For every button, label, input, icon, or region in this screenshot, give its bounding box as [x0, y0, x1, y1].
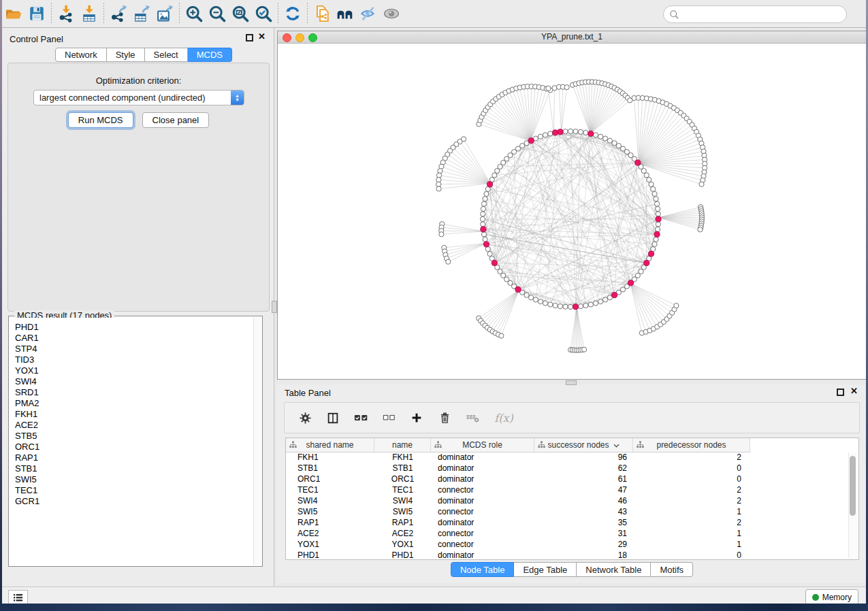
cell-succ[interactable]: 35: [534, 518, 633, 527]
network-node[interactable]: [483, 197, 487, 201]
mcds-result-list[interactable]: PHD1CAR1STP4TID3YOX1SWI4SRD1PMA2FKH1ACE2…: [10, 318, 254, 565]
table-row[interactable]: SWI4SWI4dominator462: [286, 495, 858, 506]
column-visibility-button[interactable]: [325, 410, 341, 426]
network-node[interactable]: [484, 191, 489, 196]
network-node[interactable]: [543, 133, 547, 137]
zoom-fit-button[interactable]: [229, 3, 252, 24]
close-panel-icon[interactable]: ✕: [258, 32, 266, 42]
network-node[interactable]: [492, 173, 497, 178]
list-scrollbar-track[interactable]: [253, 318, 261, 565]
cell-role[interactable]: dominator: [431, 496, 534, 506]
network-node[interactable]: [481, 222, 485, 227]
cell-succ[interactable]: 96: [534, 452, 633, 462]
cell-pred[interactable]: 0: [633, 463, 750, 473]
mcds-result-item[interactable]: SWI5: [10, 474, 254, 485]
run-mcds-button[interactable]: Run MCDS: [68, 112, 133, 128]
save-session-button[interactable]: [25, 3, 48, 24]
network-node[interactable]: [524, 293, 529, 297]
mcds-dominator-node[interactable]: [573, 304, 578, 310]
network-node[interactable]: [598, 299, 603, 304]
network-node[interactable]: [563, 304, 568, 309]
mcds-dominator-node[interactable]: [611, 293, 617, 298]
network-node[interactable]: [439, 232, 444, 237]
mcds-result-item[interactable]: TID3: [10, 354, 254, 365]
cell-succ[interactable]: 31: [534, 529, 633, 538]
export-network-button[interactable]: [107, 3, 130, 24]
mcds-dominator-node[interactable]: [558, 129, 563, 135]
mcds-result-item[interactable]: FKH1: [10, 409, 254, 420]
mcds-result-item[interactable]: STB5: [10, 431, 254, 442]
network-node[interactable]: [438, 169, 443, 174]
cell-name[interactable]: PHD1: [374, 550, 431, 560]
mcds-dominator-node[interactable]: [528, 138, 534, 144]
network-node[interactable]: [564, 85, 569, 90]
cell-name[interactable]: SWI4: [374, 496, 431, 506]
network-node[interactable]: [436, 182, 441, 186]
cell-role[interactable]: dominator: [431, 474, 534, 484]
network-node[interactable]: [588, 302, 593, 307]
network-node[interactable]: [649, 182, 654, 186]
mcds-result-item[interactable]: TEC1: [10, 485, 254, 496]
open-file-button[interactable]: [2, 3, 25, 24]
network-node[interactable]: [446, 259, 451, 264]
network-node[interactable]: [533, 297, 538, 302]
optimization-criterion-select[interactable]: largest connected component (undirected)…: [33, 90, 244, 105]
network-node[interactable]: [698, 227, 703, 232]
mcds-dominator-node[interactable]: [588, 131, 594, 136]
tab-node-table[interactable]: Node Table: [451, 562, 515, 577]
network-node[interactable]: [583, 303, 588, 308]
network-node[interactable]: [598, 134, 603, 139]
deselect-all-rows-button[interactable]: [381, 410, 397, 426]
mcds-result-item[interactable]: STP4: [10, 344, 254, 354]
network-node[interactable]: [495, 169, 500, 174]
import-table-button[interactable]: [78, 3, 101, 24]
float-table-panel-icon[interactable]: [837, 389, 844, 396]
column-header-successor-nodes[interactable]: successor nodes: [534, 438, 633, 452]
network-node[interactable]: [593, 301, 598, 306]
network-node[interactable]: [582, 347, 587, 352]
close-panel-button[interactable]: Close panel: [142, 112, 210, 128]
mcds-dominator-node[interactable]: [635, 160, 641, 165]
column-header-MCDS-role[interactable]: MCDS role: [431, 438, 534, 452]
table-row[interactable]: YOX1YOX1connector291: [286, 539, 858, 550]
cell-name[interactable]: STB1: [374, 463, 431, 473]
cell-role[interactable]: dominator: [431, 463, 534, 473]
cell-succ[interactable]: 61: [534, 474, 633, 484]
mcds-dominator-node[interactable]: [628, 280, 633, 286]
network-node[interactable]: [647, 178, 652, 182]
network-node[interactable]: [481, 206, 485, 211]
cell-succ[interactable]: 18: [534, 550, 633, 560]
network-window-titlebar[interactable]: YPA_prune.txt_1: [278, 31, 866, 44]
network-node[interactable]: [699, 182, 704, 186]
network-node[interactable]: [543, 301, 547, 306]
mcds-result-item[interactable]: SWI4: [10, 376, 254, 387]
column-header-name[interactable]: name: [374, 438, 431, 452]
network-node[interactable]: [485, 247, 490, 252]
mcds-result-item[interactable]: CAR1: [10, 333, 254, 344]
cell-succ[interactable]: 47: [534, 485, 633, 495]
table-scrollbar-thumb[interactable]: [850, 456, 856, 516]
table-row[interactable]: PHD1PHD1dominator180: [286, 550, 858, 560]
mcds-result-item[interactable]: PHD1: [10, 322, 254, 333]
network-node[interactable]: [499, 333, 504, 338]
network-node[interactable]: [481, 212, 485, 216]
cell-shared[interactable]: YOX1: [286, 540, 374, 549]
cell-pred[interactable]: 2: [633, 518, 750, 527]
cell-shared[interactable]: TEC1: [286, 485, 374, 495]
vertical-split-handle[interactable]: [272, 301, 277, 313]
network-node[interactable]: [651, 186, 656, 191]
network-node[interactable]: [602, 297, 607, 302]
network-node[interactable]: [602, 136, 607, 141]
cell-name[interactable]: TEC1: [374, 485, 431, 495]
tab-edge-table[interactable]: Edge Table: [514, 562, 577, 577]
network-node[interactable]: [553, 303, 558, 308]
network-node[interactable]: [563, 129, 568, 134]
network-node[interactable]: [593, 133, 598, 137]
network-canvas[interactable]: [278, 43, 866, 379]
cell-succ[interactable]: 43: [534, 507, 633, 516]
table-row[interactable]: ORC1ORC1dominator610: [286, 474, 858, 484]
mcds-dominator-node[interactable]: [481, 227, 486, 232]
network-node[interactable]: [644, 173, 649, 178]
network-node[interactable]: [568, 129, 573, 133]
mcds-dominator-node[interactable]: [656, 216, 661, 222]
